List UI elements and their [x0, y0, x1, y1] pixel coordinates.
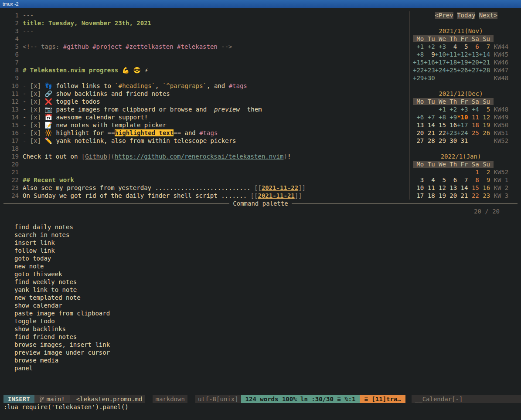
calendar-day[interactable]: +18	[446, 59, 457, 66]
editor-line[interactable]: 22## Recent work	[3, 176, 409, 184]
editor-line[interactable]: 17- [x] ✏️ yank notelink, also from with…	[3, 137, 409, 145]
calendar-day[interactable]: 9	[424, 51, 435, 58]
palette-item[interactable]: toggle todo	[3, 317, 518, 325]
editor-line[interactable]: 19Check it out on [Github](https://githu…	[3, 152, 409, 160]
link[interactable]: 2021-11-22	[262, 184, 298, 191]
editor-line[interactable]: 9	[3, 74, 409, 82]
calendar-day[interactable]: +2	[424, 43, 435, 50]
palette-item[interactable]: panel	[3, 364, 518, 372]
calendar-day[interactable]: +7	[424, 114, 435, 121]
calendar-day[interactable]: 17	[413, 192, 424, 199]
palette-item[interactable]: insert link	[3, 239, 518, 247]
editor-pane[interactable]: 1---2title: Tuesday, November 23th, 2021…	[3, 11, 409, 200]
calendar-day[interactable]: 20	[446, 192, 457, 199]
palette-item[interactable]: find daily notes	[3, 223, 518, 231]
calendar-day[interactable]: +24	[457, 129, 468, 136]
calendar-day[interactable]: +29	[413, 75, 424, 81]
calendar-day[interactable]: +11	[446, 51, 457, 58]
command-line[interactable]: :lua require('telekasten').panel()	[3, 403, 518, 411]
calendar-day[interactable]: 28	[424, 137, 435, 144]
editor-line[interactable]: 2title: Tuesday, November 23th, 2021	[3, 19, 409, 27]
calendar-day[interactable]: 18	[468, 122, 479, 129]
calendar-day[interactable]: +10	[435, 51, 446, 58]
calendar-day[interactable]: +1	[435, 106, 446, 113]
editor-line[interactable]: 24On Sunday we got rid of the daily find…	[3, 192, 409, 200]
calendar-day[interactable]: 5	[479, 106, 490, 113]
calendar-day[interactable]: 3	[413, 176, 424, 183]
calendar-day[interactable]: +17	[457, 122, 468, 129]
calendar-day[interactable]: +20	[468, 59, 479, 66]
calendar-day[interactable]: 4	[424, 176, 435, 183]
next-button[interactable]: Next>	[479, 12, 497, 19]
editor-line[interactable]: 5<!-- tags: #github #project #zettelkast…	[3, 43, 409, 51]
calendar-day[interactable]: 25	[468, 129, 479, 136]
calendar-day[interactable]: 19	[435, 192, 446, 199]
palette-item[interactable]: find weekly notes	[3, 278, 518, 286]
calendar-day[interactable]: +6	[413, 114, 424, 121]
calendar-day[interactable]: 23	[479, 192, 490, 199]
editor-line[interactable]: 15- [x] 📝 new notes with template picker	[3, 121, 409, 129]
calendar-day[interactable]: +8	[413, 51, 424, 58]
calendar-pane[interactable]: <Prev Today Next>2021/11(Nov) Mo Tu We T…	[409, 11, 518, 200]
editor-line[interactable]: 20	[3, 160, 409, 168]
calendar-day[interactable]: 29	[435, 137, 446, 144]
calendar-day[interactable]: 8	[468, 176, 479, 183]
calendar-day[interactable]: +15	[413, 59, 424, 66]
palette-item[interactable]: search in notes	[3, 231, 518, 239]
palette-item[interactable]: browse images, insert link	[3, 341, 518, 349]
editor-line[interactable]: 16- [x] 🔆 highlight for ==highlighted te…	[3, 129, 409, 137]
calendar-day[interactable]: +12	[457, 51, 468, 58]
calendar-day[interactable]: +3	[435, 43, 446, 50]
calendar-day[interactable]: 9	[479, 176, 490, 183]
git-branch[interactable]: main!	[34, 395, 70, 403]
editor-line[interactable]: 1---	[3, 11, 409, 19]
palette-item[interactable]: browse media	[3, 356, 518, 364]
calendar-day[interactable]: 11	[424, 184, 435, 191]
calendar-day[interactable]: +4	[468, 106, 479, 113]
calendar-day[interactable]: +9	[446, 114, 457, 121]
calendar-day[interactable]: 7	[457, 176, 468, 183]
editor-line[interactable]: 13- [x] 📷 paste images from clipboard or…	[3, 105, 409, 113]
calendar-day[interactable]: 31	[457, 137, 468, 144]
calendar-day[interactable]: 18	[424, 192, 435, 199]
editor-line[interactable]: 3---	[3, 27, 409, 35]
calendar-day[interactable]: 21	[457, 192, 468, 199]
calendar-day[interactable]: 27	[413, 137, 424, 144]
palette-item[interactable]: show backlinks	[3, 325, 518, 333]
calendar-day[interactable]: +27	[468, 67, 479, 74]
prev-button[interactable]: <Prev	[435, 12, 453, 19]
calendar-day[interactable]: 10	[413, 184, 424, 191]
calendar-day[interactable]: 21	[424, 129, 435, 136]
calendar-day[interactable]: 13	[413, 122, 424, 129]
palette-item[interactable]: show calendar	[3, 301, 518, 309]
calendar-day[interactable]: +25	[446, 67, 457, 74]
calendar-day[interactable]: 2	[479, 169, 490, 176]
calendar-day[interactable]: 12	[479, 114, 490, 121]
editor-line[interactable]: 4	[3, 35, 409, 43]
calendar-day[interactable]: 4	[446, 43, 457, 50]
buffer-indicator[interactable]: ≡ [11]tra…	[360, 395, 405, 403]
calendar-day[interactable]: +3	[457, 106, 468, 113]
calendar-day[interactable]: 14	[457, 184, 468, 191]
calendar-day[interactable]: 7	[479, 43, 490, 50]
editor-line[interactable]: 21	[3, 168, 409, 176]
calendar-day[interactable]: 12	[435, 184, 446, 191]
palette-item[interactable]: follow link	[3, 247, 518, 254]
editor-line[interactable]: 10- [x] 👣 follow links to `#headings`, `…	[3, 82, 409, 90]
calendar-day[interactable]: +23	[424, 67, 435, 74]
palette-item[interactable]: find friend notes	[3, 333, 518, 341]
editor-line[interactable]: 14- [x] 📅 awesome calendar support!	[3, 113, 409, 121]
calendar-day[interactable]: 16	[446, 122, 457, 129]
calendar-day[interactable]: +1	[413, 43, 424, 50]
link[interactable]: 2021-11-21	[258, 192, 294, 199]
editor-line[interactable]: 18	[3, 145, 409, 152]
calendar-day[interactable]: +19	[457, 59, 468, 66]
editor-line[interactable]: 7	[3, 58, 409, 66]
palette-item[interactable]: preview image under cursor	[3, 349, 518, 356]
editor-line[interactable]: 11- [x] 🔗 show backlinks and friend note…	[3, 90, 409, 98]
calendar-day[interactable]: 6	[446, 176, 457, 183]
today-button[interactable]: Today	[457, 12, 475, 19]
calendar-day[interactable]: +28	[479, 67, 490, 74]
calendar-day[interactable]: 11	[468, 114, 479, 121]
calendar-day[interactable]: 26	[479, 129, 490, 136]
